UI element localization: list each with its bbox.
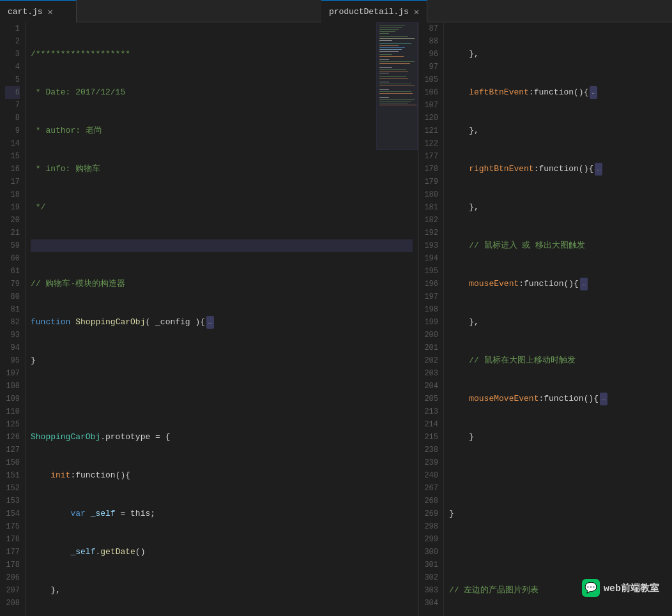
code-line <box>31 393 413 405</box>
code-line: leftBtnEvent:function(){… <box>449 86 667 99</box>
code-line <box>449 546 667 559</box>
code-line: }, <box>449 201 667 214</box>
code-line: }, <box>449 124 667 137</box>
tab-productdetail-label: productDetail.js <box>329 7 409 17</box>
code-line: function ShoppingCarObj( _config ){… <box>31 316 413 329</box>
code-line: var _self = this; <box>31 507 413 520</box>
minimap-svg-left <box>376 22 418 150</box>
editors-row: 1 2 3 4 5 6 7 8 9 14 15 16 17 18 19 20 2 <box>0 22 672 616</box>
svg-rect-36 <box>376 22 418 150</box>
code-lines-left[interactable]: /******************* * Date: 2017/12/15 … <box>26 22 418 616</box>
watermark-text: web前端教室 <box>604 582 659 594</box>
watermark-icon: 💬 <box>582 579 600 597</box>
editor-pane-left[interactable]: 1 2 3 4 5 6 7 8 9 14 15 16 17 18 19 20 2 <box>0 22 418 616</box>
watermark-icon-symbol: 💬 <box>584 582 597 594</box>
code-line: */ <box>31 201 413 214</box>
tab-cart[interactable]: cart.js ✕ <box>0 0 77 22</box>
code-line: ShoppingCarObj.prototype = { <box>31 431 413 444</box>
code-line: }, <box>449 316 667 329</box>
code-line: }, <box>31 584 413 597</box>
tab-cart-close[interactable]: ✕ <box>48 6 53 17</box>
code-line: } <box>449 431 667 444</box>
code-line: _self.getDate() <box>31 546 413 559</box>
code-area-left: 1 2 3 4 5 6 7 8 9 14 15 16 17 18 19 20 2 <box>0 22 418 616</box>
code-line-highlighted <box>31 239 413 252</box>
minimap-left <box>376 22 418 150</box>
code-line: } <box>449 507 667 520</box>
code-area-right: 87 88 96 97 105 106 107 120 121 122 177 … <box>418 22 672 616</box>
tab-productdetail-close[interactable]: ✕ <box>414 6 419 17</box>
code-line: // 鼠标进入 或 移出大图触发 <box>449 239 667 252</box>
code-line: * author: 老尚 <box>31 124 413 137</box>
code-line: } <box>31 354 413 367</box>
code-line: mouseMoveEvent:function(){… <box>449 393 667 405</box>
tab-cart-label: cart.js <box>8 7 43 17</box>
code-line: /******************* <box>31 48 413 61</box>
code-line: * Date: 2017/12/15 <box>31 86 413 99</box>
code-line: // 购物车-模块的构造器 <box>31 278 413 290</box>
line-numbers-right: 87 88 96 97 105 106 107 120 121 122 177 … <box>418 22 444 616</box>
code-lines-right[interactable]: }, leftBtnEvent:function(){… }, rightBtn… <box>444 22 672 616</box>
code-line: rightBtnEvent:function(){… <box>449 163 667 176</box>
tab-productdetail[interactable]: productDetail.js ✕ <box>321 0 427 22</box>
code-line: }, <box>449 48 667 61</box>
line-numbers-left: 1 2 3 4 5 6 7 8 9 14 15 16 17 18 19 20 2 <box>0 22 26 616</box>
code-line: mouseEvent:function(){… <box>449 278 667 290</box>
code-line: init:function(){ <box>31 469 413 482</box>
editor-container: cart.js ✕ productDetail.js ✕ 1 2 3 4 5 6… <box>0 0 672 616</box>
code-line <box>449 469 667 482</box>
code-line: // 鼠标在大图上移动时触发 <box>449 354 667 367</box>
watermark: 💬 web前端教室 <box>582 579 659 597</box>
tab-bar: cart.js ✕ productDetail.js ✕ <box>0 0 672 22</box>
editor-pane-right[interactable]: 87 88 96 97 105 106 107 120 121 122 177 … <box>418 22 672 616</box>
code-line: * info: 购物车 <box>31 163 413 176</box>
